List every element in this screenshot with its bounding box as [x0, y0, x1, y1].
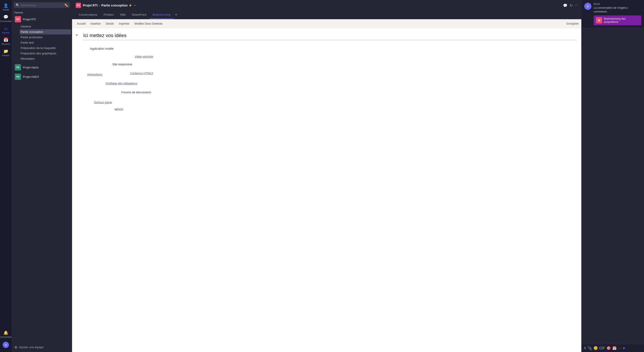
- rp-notification: U 09:59 La conversation de l'onglet a co…: [582, 0, 644, 28]
- user-avatar-bar[interactable]: U: [0, 340, 11, 349]
- team-name-alpha: Projet Alpha: [23, 66, 69, 69]
- rp-input-icons: A 📎 😊 GIF 🎯 📅 ···: [584, 346, 621, 350]
- fichiers-icon: 📁: [3, 49, 8, 54]
- sidebar-item-equipes[interactable]: ⚏ Équipes: [0, 24, 11, 35]
- channel-partie-conception[interactable]: Partie conception: [20, 29, 71, 34]
- add-team-icon: ⊕: [14, 345, 17, 349]
- reunions-icon: 📅: [3, 37, 8, 42]
- header-page-name: Partie conception: [101, 3, 128, 7]
- reunions-label: Réunions: [2, 43, 10, 45]
- toolbar-imprimer[interactable]: Imprimer: [116, 21, 132, 26]
- equipes-label: Équipes: [2, 31, 10, 34]
- rp-notif-text: La conversation de l'onglet a commencé.: [594, 6, 641, 14]
- toolbar-save-label: Enregistre: [566, 22, 579, 25]
- header-chat-icon[interactable]: 💬: [563, 3, 568, 7]
- channel-partie-test[interactable]: Partie test: [20, 40, 71, 45]
- brainstorm-area: Application mobile Video enrichie Site r…: [83, 45, 577, 134]
- rp-input-bar: A 📎 😊 GIF 🎯 📅 ··· ➤: [582, 344, 644, 352]
- idea-serious-game[interactable]: Serious game: [94, 101, 112, 104]
- activite-icon: 👤: [3, 3, 8, 8]
- search-bar: 🔍 ✏️: [14, 2, 70, 8]
- rp-card-title: Brainstorming des propositions: [604, 17, 639, 23]
- rp-attach-icon[interactable]: 📎: [588, 346, 592, 350]
- team-name-rti: Projet RTI: [23, 18, 69, 21]
- conversation-icon: 💬: [3, 14, 8, 19]
- tabs-bar: Conversations Fichiers Wiki SharePoint B…: [72, 11, 581, 19]
- rp-sticker-icon[interactable]: 🎯: [606, 346, 611, 350]
- idea-forums[interactable]: Forums de discussions: [121, 91, 151, 94]
- sidebar-item-conversation[interactable]: 💬 Conversation: [0, 13, 11, 24]
- toolbar-accueil[interactable]: Accueil: [75, 21, 88, 26]
- rp-format-icon[interactable]: A: [584, 346, 586, 350]
- rp-avatar: U: [584, 3, 592, 10]
- team-projet-rti[interactable]: PR Projet RTI ···: [12, 15, 71, 24]
- channel-general[interactable]: Général: [20, 24, 71, 29]
- channel-recreation[interactable]: Récréation: [20, 56, 71, 61]
- favorites-label: Favoris: [12, 9, 72, 15]
- rp-emoji-icon[interactable]: 😊: [594, 346, 598, 350]
- idea-video-enrichie[interactable]: Video enrichie: [135, 55, 153, 58]
- idea-site-responsive[interactable]: Site responsive: [112, 63, 132, 66]
- idea-profilage[interactable]: Profilage des utilisateurs: [106, 82, 138, 85]
- rp-notif-content: 09:59 La conversation de l'onglet a comm…: [594, 3, 641, 25]
- header-separator: ›: [99, 3, 100, 7]
- team-projet-anex[interactable]: PA Projet ANEX ···: [12, 72, 71, 81]
- tab-conversations[interactable]: Conversations: [76, 11, 100, 19]
- channel-partie-production[interactable]: Partie prodcution: [20, 35, 71, 40]
- fichiers-label: Fichiers: [2, 54, 10, 56]
- add-team-button[interactable]: ⊕ Ajouter une équipe: [12, 343, 72, 352]
- rp-schedule-icon[interactable]: 📅: [612, 346, 617, 350]
- edit-icon[interactable]: ✏️: [64, 3, 68, 7]
- channel-preparation-maquette[interactable]: Préparation de la maquette: [20, 45, 71, 50]
- rp-onenote-icon: N: [596, 17, 602, 23]
- onenote-menu-icon[interactable]: ≡: [76, 33, 78, 37]
- right-panel: U 09:59 La conversation de l'onglet a co…: [581, 0, 644, 352]
- conversation-label: Conversation: [0, 20, 12, 22]
- header-ellipsis-icon[interactable]: ···: [575, 3, 578, 7]
- toolbar-dessin[interactable]: Dessin: [104, 21, 116, 26]
- rp-gif-icon[interactable]: GIF: [599, 346, 605, 350]
- tab-sharepoint[interactable]: SharePoint: [129, 11, 149, 19]
- rp-time: 09:59: [594, 3, 641, 5]
- tab-wiki[interactable]: Wiki: [117, 11, 129, 19]
- idea-interactions[interactable]: Intéractions: [87, 73, 102, 76]
- main-header: PR Projet RTI › Partie conception ★ ··· …: [72, 0, 581, 11]
- header-right-actions: 💬 ↻ ···: [563, 3, 578, 7]
- rp-more-icon[interactable]: ···: [618, 346, 621, 350]
- header-refresh-icon[interactable]: ↻: [570, 3, 572, 7]
- tab-brainstorming[interactable]: Brainstorming: [150, 11, 174, 19]
- idea-mooc[interactable]: MOOC: [114, 108, 124, 111]
- onenote-title[interactable]: Ici mettez vos idées: [83, 33, 577, 40]
- rp-send-button[interactable]: ➤: [622, 346, 626, 350]
- sidebar-item-activite[interactable]: 👤 Activité: [0, 2, 11, 12]
- header-project-icon: PR: [76, 3, 81, 8]
- search-input[interactable]: [21, 3, 63, 7]
- tab-fichiers[interactable]: Fichiers: [100, 11, 117, 19]
- header-project-name: Projet RTI: [83, 3, 98, 7]
- toolbar-modifier-onenote[interactable]: Modifier Dans OneNote: [132, 21, 165, 26]
- header-star-icon[interactable]: ★: [129, 3, 132, 7]
- tab-add-icon[interactable]: +: [174, 11, 179, 19]
- rp-chat-area[interactable]: [582, 28, 644, 344]
- main-area: PR Projet RTI › Partie conception ★ ··· …: [72, 0, 581, 352]
- rp-brainstorming-card[interactable]: N Brainstorming des propositions: [594, 15, 641, 25]
- sidebar-item-fichiers[interactable]: 📁 Fichiers: [0, 47, 11, 58]
- toolbar-insertion[interactable]: Insertion: [88, 21, 103, 26]
- channel-preparation-graphiques[interactable]: Préparation des graphiques: [20, 51, 71, 56]
- onenote-content[interactable]: ≡ Ici mettez vos idées Application mobil…: [72, 28, 581, 352]
- team-avatar-anex: PA: [15, 74, 21, 80]
- commentaire-label: Commentaire: [0, 336, 12, 338]
- sidebar-item-reunions[interactable]: 📅 Réunions: [0, 36, 11, 46]
- team-name-anex: Projet ANEX: [23, 75, 69, 78]
- sidebar: 🔍 ✏️ Favoris PR Projet RTI ··· Général P…: [12, 0, 72, 352]
- channel-list-rti: Général Partie conception Partie prodcut…: [12, 24, 72, 61]
- idea-contenus-html5[interactable]: Contenus HTML5: [130, 71, 153, 75]
- commentaire-icon: 🔔: [3, 330, 8, 335]
- sidebar-item-commentaire[interactable]: 🔔 Commentaire: [0, 329, 11, 340]
- team-avatar-alpha: PA: [15, 64, 21, 70]
- onenote-toolbar: Accueil Insertion Dessin Imprimer Modifi…: [72, 19, 581, 28]
- add-team-label: Ajouter une équipe: [19, 346, 44, 349]
- header-more-icon[interactable]: ···: [134, 3, 136, 7]
- team-projet-alpha[interactable]: PA Projet Alpha ···: [12, 63, 71, 72]
- idea-app-mobile[interactable]: Application mobile: [90, 47, 114, 50]
